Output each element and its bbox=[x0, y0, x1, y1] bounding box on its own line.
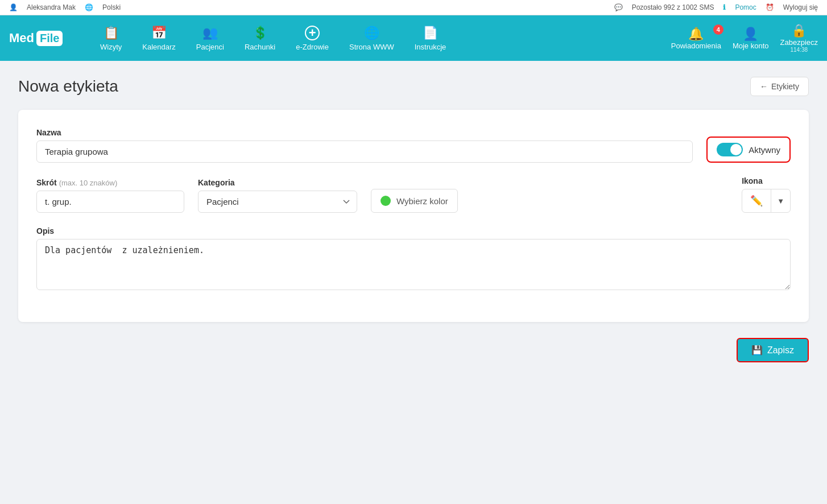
back-button-label: Etykiety bbox=[771, 82, 799, 91]
form-card: Nazwa Aktywny Skrót (max. 10 znaków) bbox=[18, 110, 809, 322]
nav-powiadomienia[interactable]: 🔔 4 Powiadomienia bbox=[671, 27, 721, 50]
msg-icon bbox=[614, 3, 623, 11]
nav-items: 📋 Wizyty 📅 Kalendarz 👥 Pacjenci 💲 Rachun… bbox=[91, 21, 671, 56]
nazwa-field-group: Nazwa bbox=[36, 128, 693, 163]
nav-moje-konto[interactable]: 👤 Moje konto bbox=[733, 27, 769, 50]
ikona-label: Ikona bbox=[742, 176, 791, 185]
kalendarz-icon: 📅 bbox=[151, 26, 167, 40]
nav-instrukcje[interactable]: 📄 Instrukcje bbox=[406, 21, 456, 56]
skrot-field-group: Skrót (max. 10 znaków) bbox=[36, 178, 184, 213]
nav-zabezpiecz[interactable]: 🔒 Zabezpiecz 114:38 bbox=[780, 23, 818, 53]
opis-field-group: Opis Dla pacjentów z uzależnieniem. bbox=[36, 226, 791, 290]
account-icon: 👤 bbox=[743, 27, 758, 42]
ikona-selected: ✏️ bbox=[750, 195, 763, 207]
nav-powiadomienia-label: Powiadomienia bbox=[671, 42, 721, 50]
ezdrowie-icon: + bbox=[305, 26, 320, 40]
top-user-name: Aleksandra Mak bbox=[27, 3, 76, 11]
zabezpiecz-time: 114:38 bbox=[790, 47, 808, 53]
aktywny-toggle-wrap: Aktywny bbox=[706, 137, 791, 163]
kategoria-field-group: Kategoria Pacjenci Wizyty Rachunki bbox=[198, 178, 357, 213]
logo-med: Med bbox=[9, 31, 34, 46]
kolor-field-group: _ Wybierz kolor bbox=[371, 176, 458, 213]
nazwa-input[interactable] bbox=[36, 141, 693, 163]
main-nav: Med File 📋 Wizyty 📅 Kalendarz 👥 Pacjenci… bbox=[0, 15, 827, 61]
nav-strona-www[interactable]: 🌐 Strona WWW bbox=[340, 21, 403, 56]
bell-icon: 🔔 bbox=[688, 27, 704, 42]
notification-badge: 4 bbox=[713, 24, 723, 35]
nav-right: 🔔 4 Powiadomienia 👤 Moje konto 🔒 Zabezpi… bbox=[671, 23, 818, 53]
instrukcje-icon: 📄 bbox=[423, 26, 438, 40]
chevron-down-icon: ▼ bbox=[777, 197, 784, 205]
ikona-picker-main[interactable]: ✏️ bbox=[742, 189, 771, 212]
rachunki-icon: 💲 bbox=[253, 26, 268, 40]
ikona-picker-arrow[interactable]: ▼ bbox=[771, 192, 790, 210]
page-header: Nowa etykieta ← Etykiety bbox=[18, 77, 809, 96]
wizyty-icon: 📋 bbox=[104, 26, 119, 40]
logo-file-box: File bbox=[36, 31, 63, 46]
nav-wizyty-label: Wizyty bbox=[100, 43, 122, 51]
nav-rachunki[interactable]: 💲 Rachunki bbox=[235, 21, 284, 56]
sms-remaining: Pozostało 992 z 1002 SMS bbox=[632, 3, 714, 11]
aktywny-toggle[interactable] bbox=[717, 143, 743, 156]
nav-moje-konto-label: Moje konto bbox=[733, 42, 769, 50]
info-icon bbox=[723, 3, 726, 11]
top-bar: Aleksandra Mak Polski Pozostało 992 z 10… bbox=[0, 0, 827, 15]
top-bar-right: Pozostało 992 z 1002 SMS Pomoc Wyloguj s… bbox=[614, 3, 818, 11]
nazwa-row: Nazwa Aktywny bbox=[36, 128, 791, 163]
save-button[interactable]: 💾 Zapisz bbox=[737, 338, 809, 362]
save-button-label: Zapisz bbox=[767, 345, 794, 356]
nav-pacjenci[interactable]: 👥 Pacjenci bbox=[187, 21, 233, 56]
nav-kalendarz[interactable]: 📅 Kalendarz bbox=[133, 21, 185, 56]
clock-icon bbox=[766, 3, 774, 11]
arrow-left-icon: ← bbox=[760, 82, 768, 91]
pacjenci-icon: 👥 bbox=[202, 26, 218, 40]
nav-rachunki-label: Rachunki bbox=[245, 43, 275, 51]
kategoria-select[interactable]: Pacjenci Wizyty Rachunki bbox=[198, 191, 357, 213]
logo: Med File bbox=[9, 31, 77, 46]
back-button[interactable]: ← Etykiety bbox=[750, 77, 809, 96]
nazwa-label: Nazwa bbox=[36, 128, 693, 137]
globe-icon bbox=[85, 3, 93, 11]
fields-row: Skrót (max. 10 znaków) Kategoria Pacjenc… bbox=[36, 176, 791, 213]
logout-link[interactable]: Wyloguj się bbox=[783, 3, 818, 11]
save-icon: 💾 bbox=[751, 345, 763, 356]
nav-strona-www-label: Strona WWW bbox=[349, 43, 394, 51]
nav-ezdrowie-label: e-Zdrowie bbox=[296, 43, 329, 51]
kolor-label-text: Wybierz kolor bbox=[396, 196, 448, 206]
kolor-button[interactable]: Wybierz kolor bbox=[371, 189, 458, 213]
strona-www-icon: 🌐 bbox=[364, 26, 379, 40]
nav-wizyty[interactable]: 📋 Wizyty bbox=[91, 21, 131, 56]
skrot-label: Skrót (max. 10 znaków) bbox=[36, 178, 184, 187]
nav-pacjenci-label: Pacjenci bbox=[196, 43, 224, 51]
top-bar-left: Aleksandra Mak Polski bbox=[9, 3, 121, 11]
nav-ezdrowie[interactable]: + e-Zdrowie bbox=[287, 21, 338, 56]
color-dot bbox=[381, 196, 391, 206]
opis-row: Opis Dla pacjentów z uzależnieniem. bbox=[36, 226, 791, 290]
lock-icon: 🔒 bbox=[791, 23, 807, 38]
page-content: Nowa etykieta ← Etykiety Nazwa Aktywny bbox=[0, 61, 827, 378]
save-row: 💾 Zapisz bbox=[18, 338, 809, 362]
ikona-field-group: Ikona ✏️ ▼ bbox=[742, 176, 791, 213]
logo-file: File bbox=[40, 32, 59, 45]
ikona-picker: ✏️ ▼ bbox=[742, 189, 791, 213]
nav-instrukcje-label: Instrukcje bbox=[415, 43, 446, 51]
user-icon bbox=[9, 3, 18, 11]
page-title: Nowa etykieta bbox=[18, 77, 118, 96]
help-link[interactable]: Pomoc bbox=[735, 3, 756, 11]
top-language: Polski bbox=[102, 3, 121, 11]
nav-zabezpiecz-label: Zabezpiecz bbox=[780, 38, 818, 47]
aktywny-label: Aktywny bbox=[749, 145, 780, 155]
opis-label: Opis bbox=[36, 226, 791, 236]
nav-kalendarz-label: Kalendarz bbox=[142, 43, 176, 51]
opis-textarea[interactable]: Dla pacjentów z uzależnieniem. bbox=[36, 239, 791, 290]
kategoria-label: Kategoria bbox=[198, 178, 357, 187]
skrot-input[interactable] bbox=[36, 191, 184, 213]
skrot-hint: (max. 10 znaków) bbox=[59, 179, 118, 187]
